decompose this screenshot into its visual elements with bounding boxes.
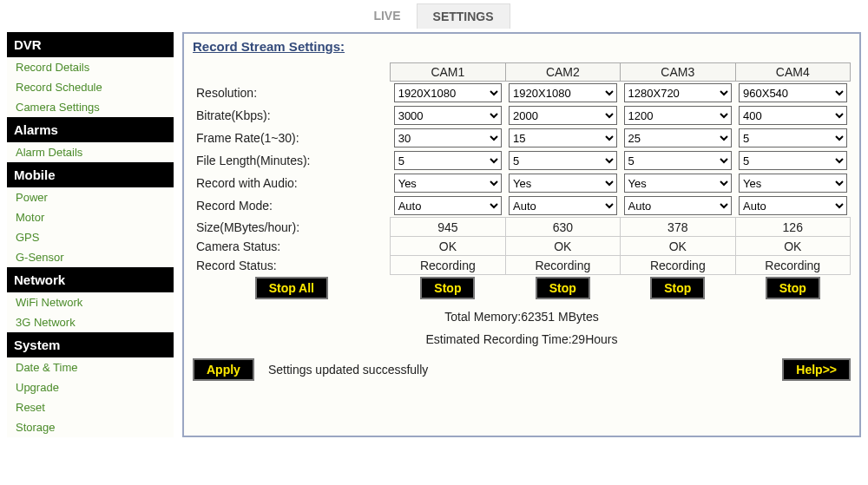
mode-select-cam2[interactable]: Auto — [509, 196, 616, 215]
size-cam2: 630 — [505, 218, 620, 237]
framerate-select-cam1[interactable]: 30 — [394, 128, 502, 147]
help-button[interactable]: Help>> — [782, 358, 851, 381]
sidebar-item-gsensor[interactable]: G-Sensor — [7, 247, 174, 267]
settings-table: CAM1 CAM2 CAM3 CAM4 Resolution: 1920X108… — [193, 62, 851, 301]
resolution-select-cam2[interactable]: 1920X1080 — [509, 83, 616, 102]
row-label-framerate: Frame Rate(1~30): — [193, 127, 391, 149]
sidebar-item-camera-settings[interactable]: Camera Settings — [7, 97, 174, 117]
camstatus-cam2: OK — [505, 237, 620, 256]
row-label-resolution: Resolution: — [193, 82, 391, 105]
tab-live[interactable]: LIVE — [358, 3, 416, 29]
filelen-select-cam4[interactable]: 5 — [739, 151, 846, 170]
row-label-mode: Record Mode: — [193, 194, 391, 218]
sidebar-item-datetime[interactable]: Date & Time — [7, 357, 174, 377]
resolution-select-cam1[interactable]: 1920X1080 — [394, 83, 502, 102]
sidebar-item-reset[interactable]: Reset — [7, 397, 174, 417]
sidebar-header-system: System — [7, 332, 174, 357]
size-cam1: 945 — [391, 218, 505, 237]
total-memory-text: Total Memory:62351 MBytes — [193, 310, 851, 324]
stop-button-cam1[interactable]: Stop — [420, 277, 475, 299]
row-label-size: Size(MBytes/hour): — [193, 218, 391, 237]
audio-select-cam3[interactable]: Yes — [624, 174, 732, 193]
recstatus-cam3: Recording — [621, 256, 735, 275]
sidebar-header-network: Network — [7, 267, 174, 292]
col-header-cam1: CAM1 — [391, 63, 505, 82]
sidebar-item-record-schedule[interactable]: Record Schedule — [7, 77, 174, 97]
size-cam3: 378 — [621, 218, 735, 237]
framerate-select-cam3[interactable]: 25 — [624, 128, 732, 147]
sidebar-header-alarms: Alarms — [7, 117, 174, 142]
bitrate-select-cam2[interactable]: 2000 — [509, 106, 616, 125]
mode-select-cam4[interactable]: Auto — [739, 196, 846, 215]
sidebar-item-upgrade[interactable]: Upgrade — [7, 377, 174, 397]
filelen-select-cam2[interactable]: 5 — [509, 151, 616, 170]
mode-select-cam3[interactable]: Auto — [624, 196, 732, 215]
sidebar-header-dvr: DVR — [7, 32, 174, 57]
col-header-cam4: CAM4 — [735, 63, 850, 82]
content-panel: Record Stream Settings: CAM1 CAM2 CAM3 C… — [182, 32, 861, 437]
camstatus-cam1: OK — [391, 237, 505, 256]
est-recording-text: Estimated Recording Time:29Hours — [193, 332, 851, 346]
apply-button[interactable]: Apply — [193, 358, 254, 381]
bitrate-select-cam1[interactable]: 3000 — [394, 106, 502, 125]
stop-button-cam2[interactable]: Stop — [536, 277, 590, 299]
sidebar-header-mobile: Mobile — [7, 162, 174, 187]
size-cam4: 126 — [735, 218, 850, 237]
section-title: Record Stream Settings: — [193, 39, 851, 54]
framerate-select-cam2[interactable]: 15 — [509, 128, 616, 147]
row-label-recstatus: Record Status: — [193, 256, 391, 275]
sidebar-item-3g[interactable]: 3G Network — [7, 312, 174, 332]
audio-select-cam2[interactable]: Yes — [509, 174, 616, 193]
framerate-select-cam4[interactable]: 5 — [739, 128, 846, 147]
recstatus-cam1: Recording — [391, 256, 505, 275]
resolution-select-cam4[interactable]: 960X540 — [739, 83, 846, 102]
sidebar-item-wifi[interactable]: WiFi Network — [7, 292, 174, 312]
sidebar-item-power[interactable]: Power — [7, 187, 174, 207]
tab-settings[interactable]: SETTINGS — [417, 3, 510, 29]
bitrate-select-cam4[interactable]: 400 — [739, 106, 846, 125]
row-label-filelen: File Length(Minutes): — [193, 149, 391, 172]
recstatus-cam2: Recording — [505, 256, 620, 275]
resolution-select-cam3[interactable]: 1280X720 — [624, 83, 732, 102]
camstatus-cam3: OK — [621, 237, 735, 256]
audio-select-cam4[interactable]: Yes — [739, 174, 846, 193]
stop-button-cam3[interactable]: Stop — [650, 277, 705, 299]
row-label-bitrate: Bitrate(Kbps): — [193, 104, 391, 127]
camstatus-cam4: OK — [735, 237, 850, 256]
stop-button-cam4[interactable]: Stop — [766, 277, 820, 299]
col-header-cam2: CAM2 — [505, 63, 620, 82]
row-label-camstatus: Camera Status: — [193, 237, 391, 256]
sidebar: DVR Record Details Record Schedule Camer… — [7, 32, 174, 437]
row-label-audio: Record with Audio: — [193, 172, 391, 194]
sidebar-item-motor[interactable]: Motor — [7, 207, 174, 227]
bitrate-select-cam3[interactable]: 1200 — [624, 106, 732, 125]
mode-select-cam1[interactable]: Auto — [394, 196, 502, 215]
sidebar-item-record-details[interactable]: Record Details — [7, 57, 174, 77]
filelen-select-cam3[interactable]: 5 — [624, 151, 732, 170]
col-header-cam3: CAM3 — [621, 63, 735, 82]
status-message: Settings updated successfully — [268, 363, 428, 377]
audio-select-cam1[interactable]: Yes — [394, 174, 502, 193]
sidebar-item-storage[interactable]: Storage — [7, 417, 174, 437]
filelen-select-cam1[interactable]: 5 — [394, 151, 502, 170]
stop-all-button[interactable]: Stop All — [255, 277, 328, 299]
recstatus-cam4: Recording — [735, 256, 850, 275]
sidebar-item-alarm-details[interactable]: Alarm Details — [7, 142, 174, 162]
sidebar-item-gps[interactable]: GPS — [7, 227, 174, 247]
